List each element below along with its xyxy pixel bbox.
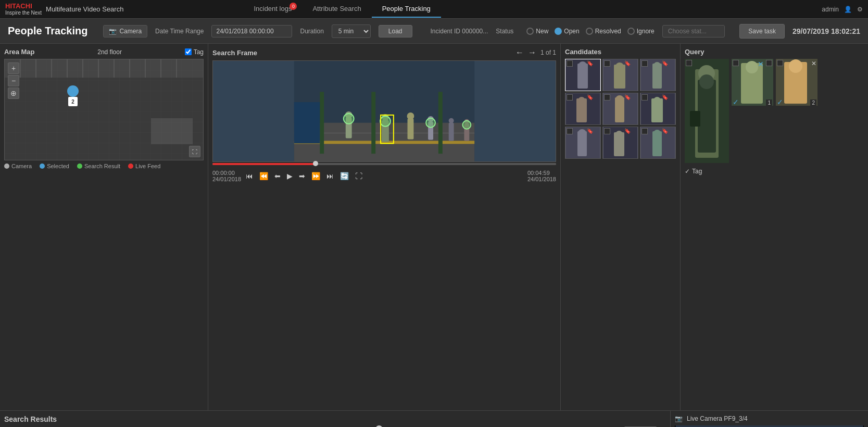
header-bar: People Tracking 📷 Camera Date Time Range… bbox=[0, 19, 868, 44]
query-item-2[interactable]: ✕ ✓ 2 bbox=[776, 59, 817, 107]
frame-prev-button[interactable]: ← bbox=[515, 48, 524, 57]
fullscreen-button[interactable]: ⛶ bbox=[354, 172, 364, 180]
svg-point-76 bbox=[789, 59, 802, 73]
candidate-item[interactable]: 🔖 bbox=[565, 127, 601, 159]
zoom-out-button[interactable]: − bbox=[8, 75, 19, 86]
play-button[interactable]: ▶ bbox=[285, 172, 294, 180]
tag-check-icon: ✓ bbox=[685, 168, 690, 175]
candidate-checkbox[interactable] bbox=[604, 94, 610, 101]
status-ignore-radio[interactable]: Ignore bbox=[627, 28, 655, 35]
status-resolved-radio[interactable]: Resolved bbox=[586, 28, 621, 35]
live-camera-panel: 📷 Live Camera PF9_3/4 00:01:46 bbox=[670, 411, 868, 427]
radio-open-circle bbox=[555, 28, 562, 35]
candidate-checkbox[interactable] bbox=[641, 128, 648, 134]
prev-frame-button[interactable]: ⏪ bbox=[258, 172, 270, 180]
query-close-2[interactable]: ✕ bbox=[811, 60, 816, 67]
area-map-title: Area Map bbox=[4, 48, 35, 56]
candidate-bookmark-icon[interactable]: 🔖 bbox=[624, 60, 631, 66]
query-checkbox-2[interactable] bbox=[777, 60, 783, 66]
search-frame-panel: Search Frame ← → 1 of 1 bbox=[208, 44, 561, 410]
skip-end-button[interactable]: ⏭ bbox=[325, 172, 335, 180]
query-large-item[interactable] bbox=[685, 59, 729, 165]
date-time-range-label: Date Time Range bbox=[155, 28, 204, 35]
svg-point-61 bbox=[615, 131, 623, 138]
status-open-radio[interactable]: Open bbox=[555, 28, 579, 35]
candidate-checkbox[interactable] bbox=[604, 60, 610, 67]
bottom-section: Search Results 📷 Camera All Icon Number … bbox=[0, 410, 868, 427]
query-checkbox-1[interactable] bbox=[733, 60, 739, 66]
next-frame-button[interactable]: ⏩ bbox=[310, 172, 322, 180]
candidate-bookmark-icon[interactable]: 🔖 bbox=[587, 94, 593, 100]
candidate-item[interactable]: 🔖 bbox=[565, 93, 601, 125]
nav-attribute-search[interactable]: Attribute Search bbox=[302, 1, 371, 18]
logo: HITACHI Inspire the Next bbox=[5, 2, 42, 16]
video-progress[interactable] bbox=[212, 162, 556, 166]
frame-next-button[interactable]: → bbox=[528, 48, 536, 57]
map-label: 2 bbox=[68, 97, 78, 106]
candidate-item[interactable]: 🔖 bbox=[565, 59, 601, 91]
zoom-in-button[interactable]: + bbox=[8, 62, 19, 74]
candidate-bookmark-icon[interactable]: 🔖 bbox=[662, 60, 668, 66]
candidate-checkbox[interactable] bbox=[641, 60, 648, 67]
candidate-bookmark-icon[interactable]: 🔖 bbox=[662, 94, 668, 100]
status-new-radio[interactable]: New bbox=[526, 28, 548, 35]
crosshair-button[interactable]: ⊕ bbox=[8, 87, 19, 99]
settings-icon[interactable]: ⚙ bbox=[857, 6, 863, 13]
candidate-bookmark-icon[interactable]: 🔖 bbox=[624, 128, 631, 134]
candidate-checkbox[interactable] bbox=[604, 128, 610, 134]
map-container[interactable]: + − ⊕ 2 ⛶ bbox=[4, 59, 204, 160]
query-checkbox-extra[interactable] bbox=[766, 60, 772, 66]
candidate-item[interactable]: 🔖 bbox=[640, 59, 676, 91]
svg-point-40 bbox=[578, 61, 587, 70]
choose-status-input[interactable] bbox=[662, 25, 725, 37]
save-task-button[interactable]: Save task bbox=[739, 24, 785, 39]
status-label: Status bbox=[496, 28, 513, 35]
duration-select[interactable]: 5 min 10 min 30 min bbox=[332, 24, 371, 38]
candidate-checkbox[interactable] bbox=[567, 60, 573, 67]
skip-start-button[interactable]: ⏮ bbox=[244, 172, 255, 180]
candidate-item[interactable]: 🔖 bbox=[640, 127, 676, 159]
candidate-bookmark-icon[interactable]: 🔖 bbox=[624, 94, 631, 100]
query-check-2: ✓ bbox=[777, 98, 783, 106]
live-camera-header: 📷 Live Camera PF9_3/4 bbox=[675, 415, 864, 422]
candidate-bookmark-icon[interactable]: 🔖 bbox=[662, 128, 668, 134]
nav-people-tracking[interactable]: People Tracking bbox=[372, 1, 441, 18]
candidate-item[interactable]: 🔖 bbox=[640, 93, 676, 125]
legend-live-feed-dot bbox=[128, 164, 133, 169]
slider-handle[interactable] bbox=[375, 425, 383, 428]
nav-incident-logs[interactable]: Incident logs 0 bbox=[243, 1, 302, 18]
expand-map-button[interactable]: ⛶ bbox=[189, 146, 200, 157]
candidates-header: Candidates bbox=[565, 48, 676, 56]
svg-point-34 bbox=[449, 118, 454, 123]
candidate-item[interactable]: 🔖 bbox=[602, 59, 638, 91]
svg-point-64 bbox=[653, 130, 661, 137]
candidate-checkbox[interactable] bbox=[567, 128, 573, 134]
query-checkbox-large[interactable] bbox=[686, 60, 692, 66]
candidate-checkbox[interactable] bbox=[567, 94, 573, 101]
video-scene bbox=[213, 61, 556, 161]
candidate-checkbox[interactable] bbox=[641, 94, 648, 101]
candidate-item[interactable]: 🔖 bbox=[602, 127, 638, 159]
refresh-button[interactable]: 🔄 bbox=[338, 172, 350, 180]
date-time-range-input[interactable] bbox=[211, 25, 292, 37]
tag-checkbox[interactable]: Tag bbox=[185, 48, 204, 56]
step-forward-button[interactable]: ➡ bbox=[297, 172, 307, 180]
video-container[interactable] bbox=[212, 60, 556, 162]
camera-button[interactable]: 📷 Camera bbox=[103, 25, 147, 37]
candidate-bookmark-icon[interactable]: 🔖 bbox=[587, 128, 593, 134]
candidate-bookmark-icon[interactable]: 🔖 bbox=[587, 60, 593, 66]
query-small-items: ✕ ✓ 1 ✕ bbox=[732, 59, 817, 165]
radio-resolved-circle bbox=[586, 28, 593, 35]
svg-point-58 bbox=[578, 129, 586, 137]
frame-navigation: ← → 1 of 1 bbox=[515, 48, 556, 57]
progress-bar[interactable] bbox=[212, 163, 556, 165]
legend-search-result: Search Result bbox=[77, 163, 120, 169]
load-button[interactable]: Load bbox=[379, 25, 412, 37]
tag-checkbox-input[interactable] bbox=[185, 48, 192, 55]
query-number-1: 1 bbox=[766, 99, 772, 106]
step-back-button[interactable]: ⬅ bbox=[273, 172, 282, 180]
query-item-1[interactable]: ✕ ✓ 1 bbox=[732, 59, 773, 107]
query-close-1[interactable]: ✕ bbox=[758, 60, 764, 68]
candidate-item[interactable]: 🔖 bbox=[602, 93, 638, 125]
floor-label: 2nd floor bbox=[97, 48, 122, 56]
